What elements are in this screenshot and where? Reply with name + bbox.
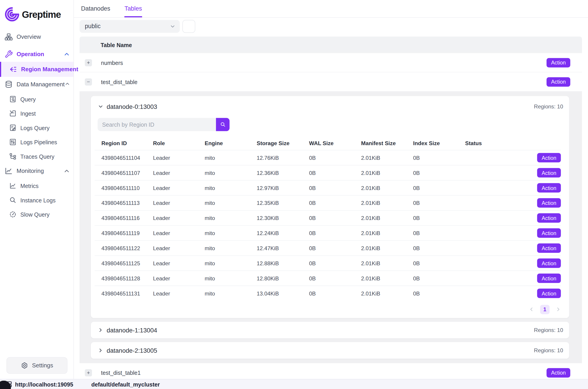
region-index: 0B bbox=[413, 260, 465, 266]
region-row: 4398046511131 Leader mito 13.04KiB 0B 2.… bbox=[95, 286, 561, 301]
collapse-minus-icon[interactable]: − bbox=[85, 78, 92, 85]
chevron-down-icon bbox=[98, 104, 103, 109]
page-number[interactable]: 1 bbox=[540, 305, 550, 314]
regions-count: Regions: 10 bbox=[534, 104, 563, 110]
chevron-up-icon[interactable] bbox=[64, 51, 70, 57]
datanode-1-header[interactable]: datanode-1:13004 Regions: 10 bbox=[91, 322, 569, 339]
toolbar: public bbox=[80, 20, 582, 33]
sidebar-item-overview[interactable]: Overview bbox=[0, 29, 73, 44]
region-wal: 0B bbox=[309, 245, 361, 251]
chevron-up-icon[interactable] bbox=[64, 168, 70, 174]
sidebar-item-label: Metrics bbox=[20, 183, 38, 189]
datanode-2-header[interactable]: datanode-2:13005 Regions: 10 bbox=[91, 342, 569, 359]
region-table: Region ID Role Engine Storage Size WAL S… bbox=[91, 136, 569, 301]
sidebar-item-logs-query[interactable]: Logs Query bbox=[0, 121, 73, 135]
region-engine: mito bbox=[205, 200, 257, 206]
sidebar-item-monitoring[interactable]: Monitoring bbox=[0, 164, 73, 179]
region-table-header: Region ID Role Engine Storage Size WAL S… bbox=[95, 136, 561, 150]
settings-button[interactable]: Settings bbox=[6, 357, 67, 374]
action-button[interactable]: Action bbox=[537, 183, 561, 193]
region-role: Leader bbox=[153, 275, 205, 281]
action-button[interactable]: Action bbox=[537, 168, 561, 178]
overview-icon bbox=[4, 33, 13, 41]
region-index: 0B bbox=[413, 155, 465, 161]
action-button[interactable]: Action bbox=[537, 213, 561, 223]
action-button[interactable]: Action bbox=[537, 228, 561, 238]
region-wal: 0B bbox=[309, 200, 361, 206]
region-engine: mito bbox=[205, 245, 257, 251]
expand-plus-icon[interactable]: + bbox=[85, 369, 92, 376]
action-button[interactable]: Action bbox=[537, 243, 561, 253]
datanode-0-header[interactable]: datanode-0:13003 Regions: 10 bbox=[91, 96, 569, 111]
region-role: Leader bbox=[153, 290, 205, 296]
chevron-right-icon bbox=[98, 327, 103, 333]
tab-tables[interactable]: Tables bbox=[125, 0, 142, 17]
sidebar-item-slow-query[interactable]: Slow Query bbox=[0, 207, 73, 222]
sidebar-item-region-management[interactable]: Region Management bbox=[0, 62, 73, 77]
region-id: 4398046511128 bbox=[101, 275, 153, 281]
action-button[interactable]: Action bbox=[537, 153, 561, 162]
logs-pipelines-icon bbox=[9, 138, 16, 146]
sidebar-item-query[interactable]: Query bbox=[0, 92, 73, 106]
region-storage: 12.35KiB bbox=[257, 200, 309, 206]
region-storage: 12.80KiB bbox=[257, 275, 309, 281]
table-row-numbers: + numbers Action bbox=[80, 53, 582, 72]
region-role: Leader bbox=[153, 260, 205, 266]
action-button[interactable]: Action bbox=[547, 368, 570, 378]
table-name: test_dist_table bbox=[101, 79, 137, 85]
database-select[interactable]: public bbox=[80, 20, 180, 33]
tab-datanodes[interactable]: Datanodes bbox=[81, 0, 110, 17]
chevron-up-icon[interactable] bbox=[65, 81, 70, 87]
sidebar-item-label: Ingest bbox=[20, 110, 36, 117]
greptime-spiral-icon bbox=[4, 7, 20, 22]
action-button[interactable]: Action bbox=[537, 289, 561, 298]
region-storage: 13.04KiB bbox=[257, 290, 309, 296]
chevron-down-icon bbox=[170, 24, 175, 29]
sidebar-item-traces-query[interactable]: Traces Query bbox=[0, 149, 73, 164]
region-role: Leader bbox=[153, 200, 205, 206]
expand-plus-icon[interactable]: + bbox=[85, 59, 92, 66]
region-row: 4398046511122 Leader mito 12.47KiB 0B 2.… bbox=[95, 240, 561, 256]
sidebar-item-label: Query bbox=[20, 96, 36, 102]
table-row-test-dist-table: − test_dist_table Action bbox=[80, 72, 582, 92]
region-wal: 0B bbox=[309, 230, 361, 236]
refresh-button[interactable] bbox=[182, 20, 195, 33]
action-button[interactable]: Action bbox=[537, 198, 561, 208]
action-button[interactable]: Action bbox=[547, 77, 570, 87]
region-row: 4398046511113 Leader mito 12.35KiB 0B 2.… bbox=[95, 195, 561, 210]
cluster-name[interactable]: default/default_mycluster bbox=[91, 381, 160, 388]
region-row: 4398046511128 Leader mito 12.80KiB 0B 2.… bbox=[95, 270, 561, 286]
datanode-title: datanode-0:13003 bbox=[107, 103, 157, 110]
settings-icon bbox=[21, 362, 28, 369]
tables-panel: Table Name + numbers Action − test_dist_… bbox=[80, 36, 582, 383]
monitoring-icon bbox=[4, 167, 13, 175]
brand-logo: Greptime bbox=[0, 0, 73, 26]
region-manifest: 2.01KiB bbox=[361, 260, 413, 266]
action-button[interactable]: Action bbox=[547, 58, 570, 67]
region-search-input[interactable] bbox=[98, 118, 216, 131]
sidebar-item-ingest[interactable]: Ingest bbox=[0, 106, 73, 121]
region-wal: 0B bbox=[309, 185, 361, 191]
region-index: 0B bbox=[413, 215, 465, 221]
col-index-size: Index Size bbox=[413, 140, 465, 146]
sidebar-item-data-management[interactable]: Data Management bbox=[0, 77, 73, 92]
datanode-section: datanode-0:13003 Regions: 10 bbox=[80, 92, 582, 363]
region-index: 0B bbox=[413, 185, 465, 191]
page-prev-icon[interactable] bbox=[529, 307, 534, 312]
sidebar-item-operation[interactable]: Operation bbox=[0, 47, 73, 62]
server-url[interactable]: http://localhost:19095 bbox=[15, 381, 73, 388]
datanode-0-card: datanode-0:13003 Regions: 10 bbox=[91, 96, 569, 318]
action-button[interactable]: Action bbox=[537, 259, 561, 268]
page-next-icon[interactable] bbox=[555, 307, 561, 312]
sidebar-item-label: Instance Logs bbox=[20, 197, 56, 203]
sidebar-item-label: Region Management bbox=[21, 66, 78, 73]
query-icon bbox=[9, 95, 16, 103]
sidebar-item-instance-logs[interactable]: Instance Logs bbox=[0, 193, 73, 207]
region-engine: mito bbox=[205, 260, 257, 266]
sidebar-item-metrics[interactable]: Metrics bbox=[0, 178, 73, 193]
action-button[interactable]: Action bbox=[537, 274, 561, 283]
table-name: numbers bbox=[101, 59, 123, 65]
sidebar-item-logs-pipelines[interactable]: Logs Pipelines bbox=[0, 135, 73, 149]
region-search-button[interactable] bbox=[216, 118, 229, 131]
regions-count: Regions: 10 bbox=[534, 347, 563, 353]
